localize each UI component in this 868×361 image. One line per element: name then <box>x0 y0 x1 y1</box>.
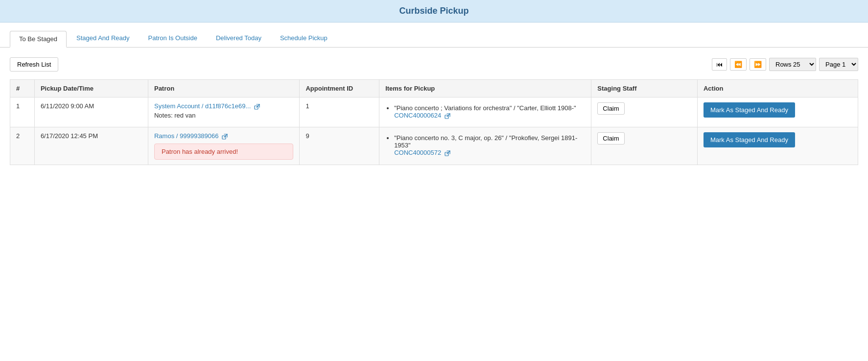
cell-appt-2: 9 <box>300 127 379 165</box>
col-patron: Patron <box>148 80 299 97</box>
first-page-button[interactable]: ⏮ <box>712 58 727 71</box>
external-link-icon <box>222 134 228 140</box>
tab-delivered-today[interactable]: Delivered Today <box>207 30 270 47</box>
cell-date-1: 6/11/2020 9:00 AM <box>34 97 148 127</box>
cell-action-1: Mark As Staged And Ready <box>697 97 858 127</box>
tab-patron-is-outside[interactable]: Patron Is Outside <box>139 30 206 47</box>
next-page-button[interactable]: ⏩ <box>750 58 766 71</box>
cell-appt-1: 1 <box>300 97 379 127</box>
patron-link-1[interactable]: System Account / d11f876c1e69... <box>154 102 260 110</box>
toolbar: Refresh List ⏮ ⏪ ⏩ Rows 25 Rows 50 Rows … <box>10 57 858 72</box>
cell-date-2: 6/17/2020 12:45 PM <box>34 127 148 165</box>
external-link-icon <box>445 150 450 156</box>
list-item: "Piano concerto no. 3, C major, op. 26" … <box>394 134 585 156</box>
external-link-icon <box>445 113 450 119</box>
cell-staging-2: Claim <box>591 127 698 165</box>
patron-notes-1: Notes: red van <box>154 112 293 119</box>
claim-button-1[interactable]: Claim <box>597 102 624 115</box>
prev-page-button[interactable]: ⏪ <box>730 58 747 71</box>
rows-select[interactable]: Rows 25 Rows 50 Rows 100 <box>769 58 816 71</box>
external-link-icon <box>254 104 260 110</box>
pagination-controls: ⏮ ⏪ ⏩ Rows 25 Rows 50 Rows 100 Page 1 Pa… <box>712 58 858 71</box>
cell-items-2: "Piano concerto no. 3, C major, op. 26" … <box>379 127 591 165</box>
cell-items-1: "Piano concerto ; Variations for orchest… <box>379 97 591 127</box>
tab-to-be-staged[interactable]: To Be Staged <box>10 31 67 48</box>
main-table: # Pickup Date/Time Patron Appointment ID… <box>10 79 858 165</box>
cell-patron-2: Ramos / 99999389066 Patron has already a… <box>148 127 299 165</box>
cell-num-1: 1 <box>10 97 35 127</box>
header-bar: Curbside Pickup <box>0 0 868 23</box>
cell-action-2: Mark As Staged And Ready <box>697 127 858 165</box>
col-num: # <box>10 80 35 97</box>
col-appt: Appointment ID <box>300 80 379 97</box>
mark-staged-button-1[interactable]: Mark As Staged And Ready <box>704 102 795 118</box>
col-items: Items for Pickup <box>379 80 591 97</box>
list-item: "Piano concerto ; Variations for orchest… <box>394 104 585 119</box>
tab-schedule-pickup[interactable]: Schedule Pickup <box>271 30 336 47</box>
item-link-2[interactable]: CONC40000572 <box>394 149 450 156</box>
tabs-container: To Be Staged Staged And Ready Patron Is … <box>0 23 868 48</box>
table-row: 1 6/11/2020 9:00 AM System Account / d11… <box>10 97 858 127</box>
cell-staging-1: Claim <box>591 97 698 127</box>
table-header-row: # Pickup Date/Time Patron Appointment ID… <box>10 80 858 97</box>
col-action: Action <box>697 80 858 97</box>
item-link-1[interactable]: CONC40000624 <box>394 112 450 119</box>
mark-staged-button-2[interactable]: Mark As Staged And Ready <box>704 132 795 147</box>
col-date: Pickup Date/Time <box>34 80 148 97</box>
col-staging: Staging Staff <box>591 80 698 97</box>
claim-button-2[interactable]: Claim <box>597 132 624 144</box>
cell-num-2: 2 <box>10 127 35 165</box>
tab-staged-and-ready[interactable]: Staged And Ready <box>68 30 138 47</box>
patron-link-2[interactable]: Ramos / 99999389066 <box>154 132 228 140</box>
patron-arrived-notice: Patron has already arrived! <box>154 144 293 160</box>
cell-patron-1: System Account / d11f876c1e69... Notes: … <box>148 97 299 127</box>
table-row: 2 6/17/2020 12:45 PM Ramos / 99999389066… <box>10 127 858 165</box>
app-title: Curbside Pickup <box>399 6 469 16</box>
page-select[interactable]: Page 1 Page 2 <box>819 58 858 71</box>
refresh-button[interactable]: Refresh List <box>10 57 58 72</box>
